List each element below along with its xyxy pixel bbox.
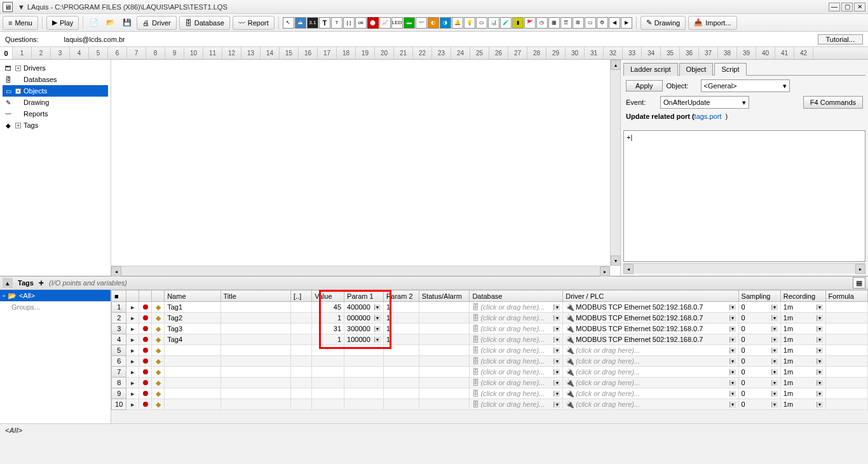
tree-item-drawing[interactable]: ✎Drawing bbox=[3, 97, 108, 108]
database-button[interactable]: 🗄 Database bbox=[179, 16, 230, 30]
left-tool-icon[interactable]: ◀ bbox=[609, 17, 620, 29]
column-header[interactable]: Status/Alarm bbox=[419, 290, 470, 302]
gauge1-tool-icon[interactable]: ◐ bbox=[428, 17, 439, 29]
column-header[interactable]: Recording bbox=[780, 290, 825, 302]
ruler-cell[interactable]: 38 bbox=[718, 47, 737, 59]
image-tool-icon[interactable]: ⛰ bbox=[295, 17, 306, 29]
column-header[interactable]: [..] bbox=[291, 290, 312, 302]
column-header[interactable]: Database bbox=[470, 290, 563, 302]
ruler-cell[interactable]: 3 bbox=[51, 47, 70, 59]
ruler-cell[interactable]: 12 bbox=[222, 47, 241, 59]
ruler-cell[interactable]: 5 bbox=[89, 47, 108, 59]
ruler-cell[interactable]: 32 bbox=[604, 47, 623, 59]
minimize-button[interactable]: — bbox=[829, 3, 840, 11]
ruler-cell[interactable]: 9 bbox=[165, 47, 184, 59]
column-header[interactable]: ■ bbox=[112, 290, 126, 302]
right-tool-icon[interactable]: ▶ bbox=[621, 17, 632, 29]
close-button[interactable]: ✕ bbox=[854, 3, 865, 11]
ruler-cell[interactable]: 28 bbox=[527, 47, 546, 59]
table-row[interactable]: 10▸◆🗄(click or drag here)...▾🔌(click or … bbox=[112, 399, 868, 410]
ruler-cell[interactable]: 16 bbox=[299, 47, 318, 59]
flag-tool-icon[interactable]: 🚩 bbox=[524, 17, 536, 29]
alarm-tool-icon[interactable]: 🔔 bbox=[452, 17, 463, 29]
ruler-cell[interactable]: 21 bbox=[394, 47, 413, 59]
column-header[interactable] bbox=[139, 290, 152, 302]
tags-collapse-icon[interactable]: ▴ bbox=[3, 278, 13, 288]
gauge2-tool-icon[interactable]: ◑ bbox=[440, 17, 451, 29]
tab-ruler[interactable]: 0 12345678910111213141516171819202122232… bbox=[0, 47, 868, 60]
ruler-cell[interactable]: 30 bbox=[566, 47, 585, 59]
ruler-cell[interactable]: 39 bbox=[737, 47, 756, 59]
ruler-cell[interactable]: 8 bbox=[146, 47, 165, 59]
table-row[interactable]: 9▸◆🗄(click or drag here)...▾🔌(click or d… bbox=[112, 388, 868, 399]
tags-tree-all[interactable]: ▫📂<All> bbox=[0, 290, 111, 301]
column-header[interactable] bbox=[152, 290, 165, 302]
table-row[interactable]: 4▸◆Tag41100000▾1🗄(click or drag here)...… bbox=[112, 334, 868, 345]
ruler-cell[interactable]: 4 bbox=[70, 47, 89, 59]
table-row[interactable]: 3▸◆Tag331300000▾1🗄(click or drag here)..… bbox=[112, 324, 868, 334]
ruler-cell[interactable]: 19 bbox=[356, 47, 375, 59]
event-combo[interactable]: OnAfterUpdate▾ bbox=[660, 96, 749, 109]
ruler-cell[interactable]: 20 bbox=[375, 47, 394, 59]
chart-tool-icon[interactable]: 📈 bbox=[379, 17, 391, 29]
tutorial-button[interactable]: Tutorial... bbox=[818, 34, 863, 44]
cursor-tool-icon[interactable]: ↖ bbox=[283, 17, 294, 29]
report-button[interactable]: 〰 Report bbox=[233, 16, 275, 30]
ruler-cell[interactable]: 40 bbox=[756, 47, 775, 59]
table-tool-icon[interactable]: ⊞ bbox=[573, 17, 584, 29]
ruler-cell[interactable]: 33 bbox=[623, 47, 642, 59]
ruler-cell[interactable]: 22 bbox=[413, 47, 432, 59]
play-button[interactable]: ▶ Play bbox=[46, 16, 79, 30]
new-icon[interactable]: 📄 bbox=[87, 16, 101, 30]
f4-commands-button[interactable]: F4 Commands bbox=[803, 96, 863, 109]
tags-tree-groups[interactable]: Groups... bbox=[0, 301, 111, 313]
column-header[interactable]: Param 1 bbox=[344, 290, 384, 302]
object-combo[interactable]: <General>▾ bbox=[701, 79, 790, 92]
wave-tool-icon[interactable]: 〰 bbox=[416, 17, 427, 29]
ruler-cell[interactable]: 41 bbox=[775, 47, 794, 59]
gear-tool-icon[interactable]: ⚙ bbox=[597, 17, 608, 29]
ruler-cell[interactable]: 1 bbox=[13, 47, 32, 59]
tab-ladder-script[interactable]: Ladder script bbox=[623, 63, 678, 76]
tags-port-link[interactable]: tags.port bbox=[695, 113, 722, 120]
record-tool-icon[interactable]: ⬤ bbox=[367, 17, 379, 29]
ruler-cell[interactable]: 23 bbox=[432, 47, 451, 59]
ruler-cell[interactable]: 36 bbox=[680, 47, 699, 59]
button-tool-icon[interactable]: ok bbox=[355, 17, 367, 29]
open-icon[interactable]: 📂 bbox=[104, 16, 118, 30]
tree-item-drivers[interactable]: 🗔+Drivers bbox=[3, 62, 108, 74]
column-header[interactable]: Driver / PLC bbox=[563, 290, 738, 302]
tree-item-databases[interactable]: 🗄Databases bbox=[3, 74, 108, 85]
driver-button[interactable]: 🖨 Driver bbox=[137, 16, 176, 30]
tree-item-objects[interactable]: ▭+Objects bbox=[3, 85, 108, 97]
ruler-tab-0[interactable]: 0 bbox=[0, 47, 13, 59]
save-icon[interactable]: 💾 bbox=[120, 16, 134, 30]
tab-object[interactable]: Object bbox=[679, 63, 714, 76]
text2-tool-icon[interactable]: T bbox=[331, 17, 342, 29]
titlebar-dropdown-icon[interactable]: ▼ bbox=[18, 3, 25, 11]
ruler-cell[interactable]: 6 bbox=[108, 47, 127, 59]
lamp-tool-icon[interactable]: 💡 bbox=[464, 17, 475, 29]
tags-add-button[interactable]: + bbox=[39, 278, 44, 288]
canvas-scrollbar-v[interactable]: ▴▾ bbox=[610, 60, 620, 266]
tab-script[interactable]: Script bbox=[714, 63, 746, 76]
table-row[interactable]: 8▸◆🗄(click or drag here)...▾🔌(click or d… bbox=[112, 378, 868, 388]
tags-grid-toggle-icon[interactable]: ▦ bbox=[853, 277, 865, 289]
table-row[interactable]: 7▸◆🗄(click or drag here)...▾🔌(click or d… bbox=[112, 367, 868, 378]
trend-tool-icon[interactable]: 📊 bbox=[488, 17, 499, 29]
canvas-area[interactable]: ▴▾ ◂▸ bbox=[111, 60, 620, 276]
rect-tool-icon[interactable]: ▭ bbox=[585, 17, 596, 29]
column-header[interactable]: Param 2 bbox=[383, 290, 419, 302]
maximize-button[interactable]: ▢ bbox=[841, 3, 853, 11]
ruler-cell[interactable]: 17 bbox=[318, 47, 337, 59]
ruler-cell[interactable]: 18 bbox=[337, 47, 356, 59]
script-scrollbar-h[interactable]: ◂▸ bbox=[623, 263, 865, 273]
bar-tool-icon[interactable]: ▮ bbox=[512, 17, 524, 29]
grid-tool-icon[interactable]: ▦ bbox=[548, 17, 560, 29]
column-header[interactable] bbox=[126, 290, 139, 302]
ruler-cell[interactable]: 14 bbox=[261, 47, 280, 59]
ruler-cell[interactable]: 11 bbox=[203, 47, 222, 59]
ruler-cell[interactable]: 27 bbox=[508, 47, 527, 59]
canvas-scrollbar-h[interactable]: ◂▸ bbox=[111, 266, 610, 276]
drawing-button[interactable]: ✎ Drawing bbox=[641, 16, 686, 30]
